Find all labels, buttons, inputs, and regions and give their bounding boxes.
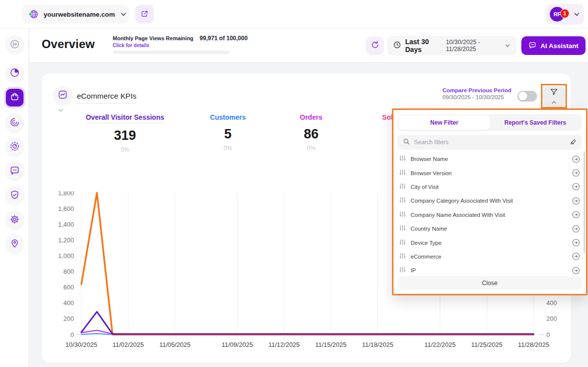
close-button[interactable]: Close — [398, 276, 582, 290]
kpi-value: 5 — [194, 127, 262, 142]
arrow-right-circle-icon[interactable] — [572, 252, 580, 261]
svg-text:800: 800 — [63, 268, 74, 275]
svg-text:1,800: 1,800 — [58, 191, 74, 197]
date-range-picker[interactable]: Last 30 Days 10/30/2025 - 11/28/2025 — [387, 36, 516, 55]
date-range-dates: 10/30/2025 - 11/28/2025 — [446, 39, 501, 52]
svg-text:11/28/2025: 11/28/2025 — [518, 341, 549, 348]
search-icon — [403, 138, 410, 147]
svg-text:11/05/2025: 11/05/2025 — [159, 341, 191, 348]
filter-button[interactable] — [543, 86, 565, 107]
filter-item-label: Company Category Associated With Visit — [411, 198, 572, 204]
sidebar-item-shield-check[interactable] — [5, 186, 24, 206]
chevron-down-icon — [573, 11, 580, 18]
filter-panel: New Filter Report's Saved Filters Browse… — [392, 108, 588, 295]
shield-check-icon — [9, 189, 20, 202]
sliders-icon — [399, 169, 406, 178]
widget-icon-button[interactable] — [53, 86, 73, 105]
topbar: yourwebsitename.com RF 1 — [0, 0, 588, 28]
svg-text:400: 400 — [63, 299, 74, 307]
filter-item-label: Country Name — [411, 226, 572, 232]
arrow-right-circle-icon[interactable] — [572, 238, 580, 247]
shopping-bag-icon — [9, 91, 20, 104]
arrow-right-circle-icon[interactable] — [572, 197, 580, 205]
sliders-icon — [399, 266, 406, 275]
external-link-icon — [140, 9, 149, 20]
filter-search[interactable] — [398, 135, 582, 150]
compare-previous-period: Compare Previous Period 09/30/2025 - 10/… — [442, 87, 512, 100]
toggle-knob — [518, 92, 527, 101]
notification-badge: 1 — [560, 9, 569, 18]
chevron-up-icon — [551, 98, 557, 105]
filter-list-item[interactable]: Company Category Associated With Visit — [393, 194, 586, 208]
sidebar-item-radar[interactable] — [5, 113, 24, 133]
svg-text:600: 600 — [63, 284, 74, 291]
filter-list-item[interactable]: Company Name Associated With Visit — [393, 208, 586, 222]
filter-list-item[interactable]: IP — [393, 263, 586, 277]
website-name: yourwebsitename.com — [44, 11, 115, 18]
svg-text:0: 0 — [71, 331, 74, 339]
open-website-button[interactable] — [135, 5, 154, 24]
sliders-icon — [399, 196, 406, 205]
sidebar — [0, 28, 29, 367]
arrow-right-circle-icon[interactable] — [572, 183, 580, 191]
svg-text:1,400: 1,400 — [58, 221, 74, 228]
quota-label: Monthly Page Views Remaining — [113, 35, 194, 41]
svg-text:11/18/2025: 11/18/2025 — [362, 341, 393, 348]
kpi-delta: 0% — [194, 145, 262, 152]
filter-list-item[interactable]: Device Type — [393, 236, 586, 249]
eraser-icon[interactable] — [569, 137, 577, 147]
kpi-value: 86 — [277, 127, 345, 142]
funnel-icon — [550, 88, 558, 97]
sidebar-item-collapse-arrow[interactable] — [5, 35, 24, 55]
refresh-icon — [370, 40, 380, 51]
filter-item-label: Company Name Associated With Visit — [411, 212, 572, 218]
sidebar-item-chat-bubble[interactable] — [5, 161, 24, 181]
kpi-tab-overall-visitor-sessions[interactable]: Overall Visitor Sessions3190% — [56, 113, 194, 153]
arrow-right-circle-icon[interactable] — [572, 225, 580, 233]
collapse-arrow-icon — [9, 39, 20, 52]
chat-bubble-icon — [9, 165, 20, 178]
kpi-label: Overall Visitor Sessions — [86, 113, 164, 123]
widget-title[interactable]: eCommerce KPIs — [77, 92, 136, 104]
svg-text:11/22/2025: 11/22/2025 — [424, 341, 456, 348]
sidebar-item-gear[interactable] — [5, 210, 24, 230]
tab-new-filter[interactable]: New Filter — [399, 115, 490, 130]
refresh-button[interactable] — [366, 36, 384, 55]
ai-assistant-button[interactable]: AI Assistant — [521, 36, 586, 55]
svg-text:200: 200 — [63, 315, 74, 322]
filter-list-item[interactable]: eCommerce — [393, 250, 586, 263]
account-menu[interactable]: RF 1 — [546, 4, 584, 25]
sidebar-item-session-target[interactable] — [5, 137, 24, 157]
sidebar-item-pie-chart[interactable] — [5, 64, 24, 83]
filter-search-input[interactable] — [414, 139, 565, 146]
arrow-right-circle-icon[interactable] — [572, 210, 580, 219]
sliders-icon — [399, 224, 406, 233]
svg-text:11/12/2025: 11/12/2025 — [269, 341, 300, 348]
filter-list-item[interactable]: Browser Version — [393, 166, 586, 180]
chat-bubble-icon — [528, 41, 537, 51]
arrow-right-circle-icon[interactable] — [572, 266, 580, 275]
arrow-right-circle-icon[interactable] — [572, 169, 580, 177]
website-selector[interactable]: yourwebsitename.com — [22, 5, 129, 24]
filter-list-item[interactable]: Country Name — [393, 222, 586, 236]
scrollbar[interactable] — [584, 151, 585, 253]
filter-item-label: Device Type — [411, 240, 572, 246]
quota-details-link[interactable]: Click for details — [113, 43, 260, 48]
compare-toggle[interactable] — [517, 91, 537, 102]
sliders-icon — [399, 155, 406, 163]
filter-item-label: IP — [411, 267, 572, 273]
series-violet — [81, 312, 534, 334]
svg-text:11/09/2025: 11/09/2025 — [221, 341, 253, 348]
sidebar-item-shopping-bag[interactable] — [4, 87, 25, 108]
kpi-tab-customers[interactable]: Customers50% — [194, 113, 262, 152]
filter-item-label: eCommerce — [411, 254, 572, 260]
gear-icon — [9, 214, 20, 227]
filter-list-item[interactable]: Browser Name — [393, 152, 586, 166]
sidebar-item-location-pin[interactable] — [5, 235, 24, 254]
svg-text:0: 0 — [546, 331, 550, 339]
location-pin-icon — [9, 238, 20, 251]
filter-list-item[interactable]: City of Visit — [393, 180, 586, 194]
kpi-tab-orders[interactable]: Orders860% — [277, 113, 345, 152]
arrow-right-circle-icon[interactable] — [572, 155, 580, 163]
tab-saved-filters[interactable]: Report's Saved Filters — [490, 115, 581, 130]
